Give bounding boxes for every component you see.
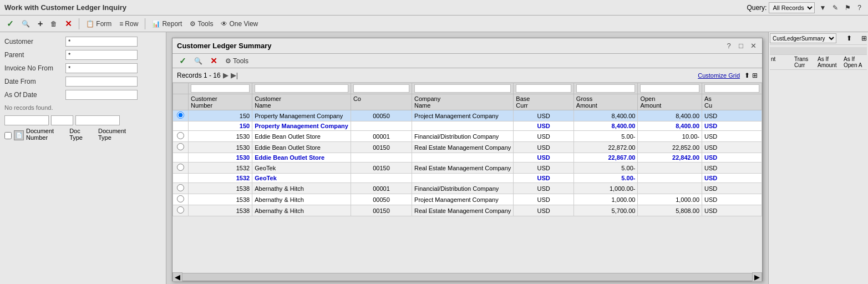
table-row[interactable]: 150Property Management Company00050Proje… — [173, 110, 762, 121]
asofdate-input[interactable] — [65, 90, 138, 100]
table-row[interactable]: 150Property Management CompanyUSD8,400.0… — [173, 121, 762, 131]
customer-input[interactable] — [65, 37, 138, 47]
col-custnum-header[interactable]: CustomerNumber — [189, 94, 252, 110]
row-radio[interactable] — [177, 195, 184, 202]
row-cell-grossAmount: 8,400.00 — [573, 110, 638, 121]
doc-icon-btn[interactable]: 📄 — [14, 130, 24, 140]
row-radio[interactable] — [177, 206, 184, 214]
report-button[interactable]: 📊 Report — [150, 19, 184, 29]
row-radio[interactable] — [177, 143, 184, 150]
asofdate-field-row: As Of Date — [4, 90, 161, 100]
row-cell-companyName — [412, 153, 514, 163]
row-cell-openAmount — [638, 163, 702, 174]
table-row[interactable]: 1532GeoTek00150Real Estate Management Co… — [173, 163, 762, 174]
open-filter-input[interactable] — [640, 84, 699, 93]
doc-type2-input[interactable] — [75, 115, 120, 125]
ascu-filter-input[interactable] — [704, 84, 759, 93]
scroll-right-btn[interactable]: ▶ — [752, 272, 762, 282]
table-row[interactable]: 1530Eddie Bean Outlet Store00001Financia… — [173, 131, 762, 142]
grid-layout-btn[interactable]: ⊞ — [752, 72, 758, 79]
custname-filter-input[interactable] — [255, 84, 348, 93]
customer-field-row: Customer — [4, 37, 161, 47]
scroll-left-btn[interactable]: ◀ — [172, 272, 182, 282]
row-cell-baseCurr: USD — [514, 163, 574, 174]
col-ascu-filter — [702, 83, 762, 94]
scroll-track[interactable] — [182, 277, 752, 277]
row-button[interactable]: ≡ Row — [117, 19, 140, 29]
delete-button[interactable]: 🗑 — [48, 19, 59, 29]
invoice-input[interactable] — [65, 63, 138, 73]
gross-filter-input[interactable] — [576, 84, 636, 93]
col-gross-header[interactable]: GrossAmount — [573, 94, 638, 110]
co-filter-input[interactable] — [353, 84, 409, 93]
col-co-header[interactable]: Co — [351, 94, 412, 110]
report-icon: 📊 — [152, 20, 160, 28]
col-basecurr-header[interactable]: BaseCurr — [514, 94, 574, 110]
doc-checkbox[interactable] — [4, 132, 12, 139]
nav-last-btn[interactable]: ▶| — [231, 71, 238, 79]
right-export-btn[interactable]: ⬆ — [846, 34, 852, 42]
grid-export-btn[interactable]: ⬆ — [744, 72, 750, 79]
row-cell-companyName — [412, 174, 514, 183]
parent-input[interactable] — [65, 50, 138, 60]
filter-flag-btn[interactable]: ⚑ — [842, 3, 853, 13]
help-btn[interactable]: ? — [855, 3, 864, 13]
compname-filter-input[interactable] — [414, 84, 511, 93]
row-cell-asCu: USD — [702, 121, 762, 131]
table-row[interactable]: 1538Abernathy & Hitch00150Real Estate Ma… — [173, 205, 762, 216]
row-radio[interactable] — [177, 184, 184, 191]
modal-controls: ? □ ✕ — [724, 42, 758, 50]
table-row[interactable]: 1530Eddie Bean Outlet Store00150Real Est… — [173, 142, 762, 153]
table-row[interactable]: 1538Abernathy & Hitch00050Project Manage… — [173, 194, 762, 205]
filter-btn[interactable]: ▼ — [817, 3, 828, 13]
grid-container[interactable]: CustomerNumber CustomerName Co CompanyNa… — [172, 83, 762, 273]
modal-cancel-btn[interactable]: ✕ — [208, 55, 220, 67]
row-cell-asCu: USD — [702, 110, 762, 121]
modal-title: Customer Ledger Summary — [177, 42, 272, 50]
row-cell-baseCurr: USD — [514, 121, 574, 131]
tools-button[interactable]: ⚙ Tools — [187, 19, 215, 29]
row-radio[interactable] — [177, 111, 184, 119]
table-row[interactable]: 1538Abernathy & Hitch00001Financial/Dist… — [173, 183, 762, 194]
grid-table: CustomerNumber CustomerName Co CompanyNa… — [172, 83, 762, 216]
check-button[interactable]: ✓ — [4, 18, 16, 30]
customize-grid-link[interactable]: Customize Grid — [698, 72, 740, 79]
form-button[interactable]: 📋 Form — [84, 19, 114, 29]
datefrom-input[interactable] — [65, 77, 138, 87]
modal-help-btn[interactable]: ? — [724, 42, 733, 50]
modal-search-btn[interactable]: 🔍 — [192, 56, 205, 66]
col-basecurr-filter — [514, 83, 574, 94]
modal-tools-btn[interactable]: ⚙ Tools — [223, 56, 251, 66]
col-custname-header[interactable]: CustomerName — [252, 94, 351, 110]
query-label: Query: — [747, 4, 767, 12]
doc-type-input[interactable] — [51, 115, 73, 125]
filter-edit-btn[interactable]: ✎ — [830, 3, 840, 13]
col-open-header[interactable]: OpenAmount — [638, 94, 702, 110]
col-ascu-header[interactable]: AsCu — [702, 94, 762, 110]
table-row[interactable]: 1530Eddie Bean Outlet StoreUSD22,867.002… — [173, 153, 762, 163]
add-button[interactable]: + — [35, 18, 45, 30]
doc-number-input[interactable] — [4, 115, 49, 125]
basecurr-filter-input[interactable] — [516, 84, 571, 93]
search-button[interactable]: 🔍 — [19, 19, 32, 29]
col-compname-header[interactable]: CompanyName — [412, 94, 514, 110]
horizontal-scrollbar[interactable]: ◀ ▶ — [172, 273, 762, 281]
modal-close-btn[interactable]: ✕ — [749, 42, 758, 50]
cancel-button[interactable]: ✕ — [63, 18, 74, 30]
right-panel-select[interactable]: CustLedgerSummary — [770, 33, 836, 43]
row-cell-companyName: Financial/Distribution Company — [412, 183, 514, 194]
row-radio-cell — [173, 131, 189, 142]
right-layout-btn[interactable]: ⊞ — [861, 34, 867, 42]
query-select[interactable]: All Records — [769, 2, 815, 13]
row-cell-companyName: Real Estate Management Company — [412, 205, 514, 216]
modal-maximize-btn[interactable]: □ — [737, 42, 745, 50]
row-radio[interactable] — [177, 164, 184, 171]
invoice-label: Invoice No From — [4, 64, 65, 72]
row-radio[interactable] — [177, 132, 184, 139]
doc-headers-row: 📄 DocumentNumber DocType DocumentType — [4, 128, 161, 141]
table-row[interactable]: 1532GeoTekUSD5.00-USD — [173, 174, 762, 183]
custnum-filter-input[interactable] — [191, 84, 250, 93]
nav-next-btn[interactable]: ▶ — [223, 71, 229, 79]
oneview-button[interactable]: 👁 One View — [219, 19, 260, 29]
modal-check-btn[interactable]: ✓ — [177, 55, 189, 67]
